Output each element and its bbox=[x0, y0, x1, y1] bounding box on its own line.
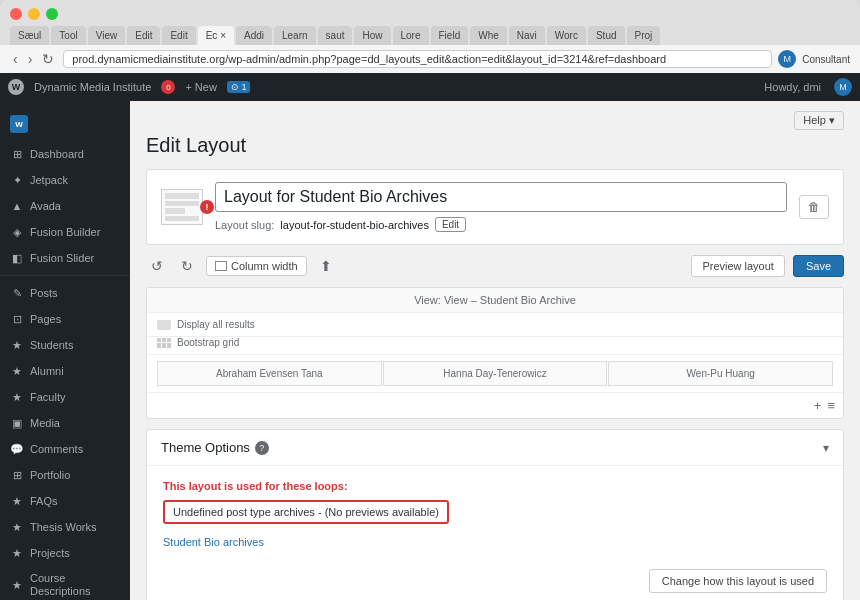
sidebar-item-label: Jetpack bbox=[30, 174, 68, 186]
help-bar: Help ▾ bbox=[146, 111, 844, 130]
bootstrap-grid-controls: Bootstrap grid bbox=[147, 337, 843, 355]
layout-name-input[interactable] bbox=[215, 182, 787, 212]
loops-label: This layout is used for these loops: bbox=[163, 480, 827, 492]
close-button[interactable] bbox=[10, 8, 22, 20]
browser-tab-active[interactable]: Ec × bbox=[198, 26, 234, 45]
undo-button[interactable]: ↺ bbox=[146, 255, 168, 277]
slug-edit-button[interactable]: Edit bbox=[435, 217, 466, 232]
posts-icon: ✎ bbox=[10, 286, 24, 300]
sidebar-item-faculty[interactable]: ★ Faculty bbox=[0, 384, 130, 410]
theme-options-info-icon: ? bbox=[255, 441, 269, 455]
browser-tab[interactable]: Proj bbox=[627, 26, 661, 45]
user-avatar: M bbox=[778, 50, 796, 68]
browser-tab[interactable]: Edit bbox=[162, 26, 195, 45]
user-avatar-badge: M bbox=[834, 78, 852, 96]
help-button[interactable]: Help ▾ bbox=[794, 111, 844, 130]
browser-tab[interactable]: Lore bbox=[393, 26, 429, 45]
address-bar[interactable]: prod.dynamicmediainstitute.org/wp-admin/… bbox=[63, 50, 772, 68]
browser-tab[interactable]: saut bbox=[318, 26, 353, 45]
sidebar-item-dashboard[interactable]: ⊞ Dashboard bbox=[0, 141, 130, 167]
jetpack-icon: ✦ bbox=[10, 173, 24, 187]
wp-logo-icon: W bbox=[8, 79, 24, 95]
comments-icon: 💬 bbox=[10, 442, 24, 456]
preview-footer: + ≡ bbox=[147, 392, 843, 418]
wp-admin-bar: W Dynamic Media Institute 0 + New ⊙ 1 Ho… bbox=[0, 73, 860, 101]
theme-options-label: Theme Options bbox=[161, 440, 250, 455]
sidebar-item-faqs[interactable]: ★ FAQs bbox=[0, 488, 130, 514]
sidebar-item-projects[interactable]: ★ Projects bbox=[0, 540, 130, 566]
media-icon: ▣ bbox=[10, 416, 24, 430]
theme-options-header[interactable]: Theme Options ? ▾ bbox=[147, 430, 843, 465]
browser-tab[interactable]: View bbox=[88, 26, 126, 45]
change-layout-button[interactable]: Change how this layout is used bbox=[649, 569, 827, 593]
student-bio-archives-link[interactable]: Student Bio archives bbox=[163, 536, 264, 548]
thumb-row bbox=[165, 193, 199, 199]
browser-tab[interactable]: Worc bbox=[547, 26, 586, 45]
browser-tab[interactable]: Navi bbox=[509, 26, 545, 45]
sidebar-item-pages[interactable]: ⊡ Pages bbox=[0, 306, 130, 332]
browser-tab[interactable]: How bbox=[354, 26, 390, 45]
loops-value: Undefined post type archives - (No previ… bbox=[163, 500, 449, 524]
browser-tab[interactable]: Tool bbox=[51, 26, 85, 45]
sidebar-item-label: Faculty bbox=[30, 391, 65, 403]
sidebar-item-label: Students bbox=[30, 339, 73, 351]
browser-tab[interactable]: Stud bbox=[588, 26, 625, 45]
sidebar-item-fusion-builder[interactable]: ◈ Fusion Builder bbox=[0, 219, 130, 245]
minimize-button[interactable] bbox=[28, 8, 40, 20]
display-all-icon bbox=[157, 320, 171, 330]
delete-button[interactable]: 🗑 bbox=[799, 195, 829, 219]
comments-item[interactable]: 0 bbox=[161, 80, 175, 94]
browser-tab[interactable]: Field bbox=[431, 26, 469, 45]
sidebar-item-media[interactable]: ▣ Media bbox=[0, 410, 130, 436]
export-button[interactable]: ⬆ bbox=[315, 255, 337, 277]
sidebar-item-comments[interactable]: 💬 Comments bbox=[0, 436, 130, 462]
sidebar-item-label: Dashboard bbox=[30, 148, 84, 160]
sidebar-item-label: Pages bbox=[30, 313, 61, 325]
course-icon: ★ bbox=[10, 578, 24, 592]
sidebar-item-jetpack[interactable]: ✦ Jetpack bbox=[0, 167, 130, 193]
browser-tab[interactable]: Edit bbox=[127, 26, 160, 45]
browser-navigation: ‹ › ↻ bbox=[10, 51, 57, 67]
new-item[interactable]: + New bbox=[185, 81, 217, 93]
sidebar-item-avada[interactable]: ▲ Avada bbox=[0, 193, 130, 219]
sidebar-item-alumni[interactable]: ★ Alumni bbox=[0, 358, 130, 384]
add-row-button[interactable]: + bbox=[814, 398, 822, 413]
sidebar-item-students[interactable]: ★ Students bbox=[0, 332, 130, 358]
sidebar-item-thesis-works[interactable]: ★ Thesis Works bbox=[0, 514, 130, 540]
sidebar-item-label: Fusion Slider bbox=[30, 252, 94, 264]
browser-tab[interactable]: Learn bbox=[274, 26, 316, 45]
preview-layout-button[interactable]: Preview layout bbox=[691, 255, 785, 277]
forward-button[interactable]: › bbox=[25, 51, 36, 67]
refresh-button[interactable]: ↻ bbox=[39, 51, 57, 67]
redo-button[interactable]: ↻ bbox=[176, 255, 198, 277]
preview-header: View: View – Student Bio Archive bbox=[147, 288, 843, 313]
sidebar-item-course-descriptions[interactable]: ★ Course Descriptions bbox=[0, 566, 130, 600]
maximize-button[interactable] bbox=[46, 8, 58, 20]
column-width-button[interactable]: Column width bbox=[206, 256, 307, 276]
back-button[interactable]: ‹ bbox=[10, 51, 21, 67]
sidebar-item-label: Avada bbox=[30, 200, 61, 212]
theme-options-title: Theme Options ? bbox=[161, 440, 269, 455]
fusion-builder-icon: ◈ bbox=[10, 225, 24, 239]
fusion-slider-icon: ◧ bbox=[10, 251, 24, 265]
new-badge[interactable]: ⊙ 1 bbox=[227, 81, 251, 93]
sidebar-item-posts[interactable]: ✎ Posts bbox=[0, 280, 130, 306]
browser-tab[interactable]: Whe bbox=[470, 26, 507, 45]
slug-label: Layout slug: bbox=[215, 219, 274, 231]
browser-tab[interactable]: Sæul bbox=[10, 26, 49, 45]
sidebar-item-label: Posts bbox=[30, 287, 58, 299]
sidebar-item-portfolio[interactable]: ⊞ Portfolio bbox=[0, 462, 130, 488]
wp-logo-item[interactable]: W bbox=[8, 79, 24, 95]
menu-button[interactable]: ≡ bbox=[827, 398, 835, 413]
preview-cell-1: Hanna Day-Tenerowicz bbox=[383, 361, 608, 386]
browser-tab[interactable]: Addi bbox=[236, 26, 272, 45]
layout-name-input-wrap: Layout slug: layout-for-student-bio-arch… bbox=[215, 182, 787, 232]
sidebar-item-label: Comments bbox=[30, 443, 83, 455]
browser-tab-bar: Sæul Tool View Edit Edit Ec × Addi Learn… bbox=[10, 26, 850, 45]
sidebar-item-label: FAQs bbox=[30, 495, 58, 507]
sidebar-item-fusion-slider[interactable]: ◧ Fusion Slider bbox=[0, 245, 130, 271]
site-logo-icon: W bbox=[10, 115, 28, 133]
save-button[interactable]: Save bbox=[793, 255, 844, 277]
site-name-item[interactable]: Dynamic Media Institute bbox=[34, 81, 151, 93]
main-content: Help ▾ Edit Layout ! Layout slug: layou bbox=[130, 101, 860, 600]
